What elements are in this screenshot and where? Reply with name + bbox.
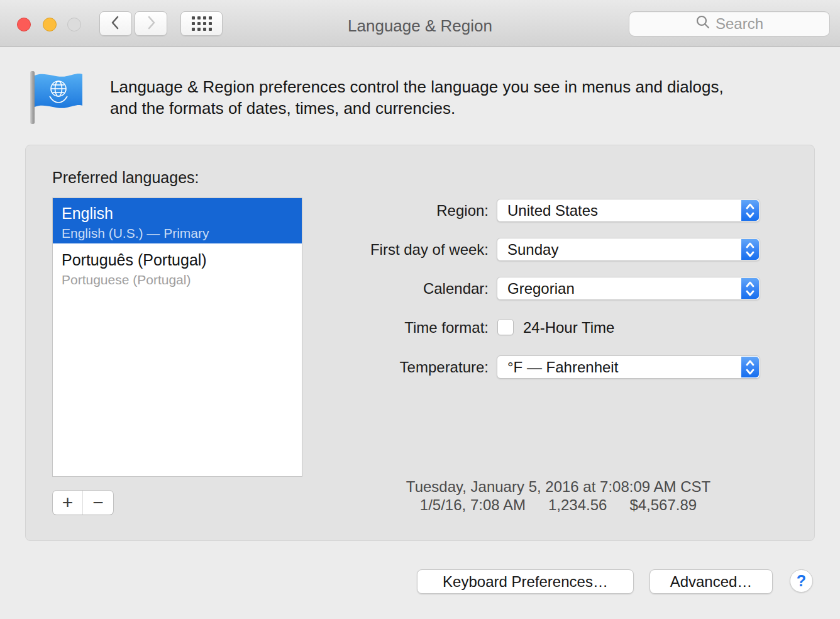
close-window-button[interactable] [17, 18, 31, 31]
number-preview: 1,234.56 [548, 496, 607, 513]
24-hour-time-checkbox-label: 24-Hour Time [523, 319, 614, 337]
zoom-window-button [67, 18, 81, 31]
description-line-2: and the formats of dates, times, and cur… [110, 98, 724, 119]
un-flag-icon [28, 70, 84, 128]
temperature-dropdown[interactable]: °F — Fahrenheit [497, 355, 760, 379]
calendar-value: Gregorian [507, 277, 575, 299]
chevron-right-icon [144, 15, 158, 33]
search-placeholder: Search [716, 15, 763, 33]
format-preview-row: 1/5/16, 7:08 AM1,234.56$4,567.89 [338, 496, 778, 514]
keyboard-preferences-button[interactable]: Keyboard Preferences… [417, 569, 634, 594]
region-label: Region: [251, 199, 489, 222]
search-input[interactable]: Search [629, 11, 830, 36]
stepper-arrows-icon [741, 278, 759, 299]
region-value: United States [507, 199, 598, 221]
temperature-label: Temperature: [251, 355, 489, 379]
calendar-label: Calendar: [251, 277, 489, 300]
temperature-value: °F — Fahrenheit [507, 356, 618, 378]
preferred-languages-label: Preferred languages: [52, 169, 199, 187]
add-remove-language-control: + − [53, 491, 113, 515]
advanced-button[interactable]: Advanced… [649, 569, 773, 594]
forward-button[interactable] [135, 11, 167, 36]
stepper-arrows-icon [741, 200, 759, 221]
grid-icon [192, 16, 212, 31]
date-preview-short: 1/5/16, 7:08 AM [420, 496, 526, 513]
calendar-dropdown[interactable]: Gregorian [497, 277, 760, 300]
first-day-of-week-label: First day of week: [251, 238, 489, 261]
time-format-label: Time format: [251, 316, 489, 339]
first-day-of-week-value: Sunday [507, 238, 558, 260]
remove-language-button[interactable]: − [83, 491, 113, 515]
region-dropdown[interactable]: United States [497, 199, 760, 222]
minimize-window-button[interactable] [43, 18, 57, 31]
preferences-description: Language & Region preferences control th… [110, 76, 724, 119]
24-hour-time-checkbox[interactable] [497, 319, 514, 335]
currency-preview: $4,567.89 [629, 496, 697, 513]
description-line-1: Language & Region preferences control th… [110, 76, 724, 98]
stepper-arrows-icon [741, 357, 759, 377]
title-bar: Language & Region Search [0, 0, 840, 47]
chevron-left-icon [109, 15, 123, 33]
back-button[interactable] [99, 11, 132, 36]
help-button[interactable]: ? [790, 569, 813, 593]
show-all-preferences-button[interactable] [180, 11, 223, 36]
first-day-of-week-dropdown[interactable]: Sunday [497, 238, 760, 261]
date-preview-full: Tuesday, January 5, 2016 at 7:08:09 AM C… [338, 478, 778, 496]
window-title: Language & Region [231, 16, 609, 36]
add-language-button[interactable]: + [53, 491, 83, 515]
search-icon [695, 14, 710, 33]
stepper-arrows-icon [741, 239, 759, 260]
